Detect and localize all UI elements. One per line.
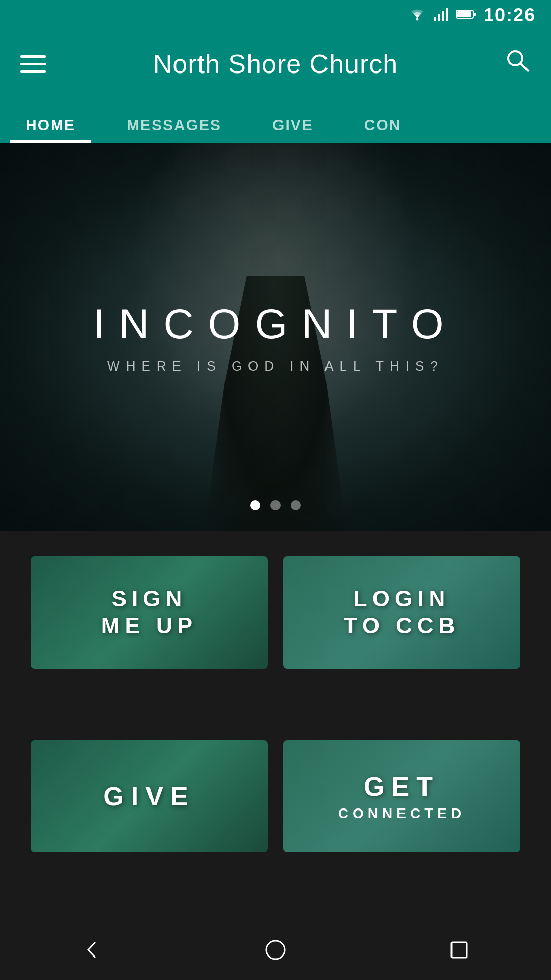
svg-point-0 [416,18,418,21]
status-time: 10:26 [484,5,536,26]
tab-give[interactable]: GIVE [247,107,339,143]
connected-label: CONNECTED [338,805,465,822]
login-ccb-button[interactable]: LOGINTO CCB [283,556,520,669]
tab-messages[interactable]: MESSAGES [101,107,247,143]
home-button[interactable] [255,929,296,970]
svg-rect-7 [457,11,471,17]
recents-button[interactable] [439,929,480,970]
carousel-dot-1[interactable] [250,500,260,510]
get-connected-text: GET CONNECTED [338,771,465,821]
get-connected-button[interactable]: GET CONNECTED [283,740,520,852]
svg-rect-3 [442,11,444,21]
get-label: GET [338,771,465,802]
status-bar: 10:26 [0,0,551,31]
svg-point-8 [508,51,522,65]
back-button[interactable] [71,929,112,970]
login-label: LOGINTO CCB [344,585,460,640]
spacer [0,694,551,745]
carousel-dots [0,500,551,510]
action-grid: SIGNME UP LOGINTO CCB [0,531,551,694]
hero-text-block: INCOGNITO WHERE IS GOD IN ALL THIS? [0,300,551,374]
bottom-grid: GIVE GET CONNECTED [0,740,551,878]
search-icon[interactable] [505,48,531,80]
sign-up-label: SIGNME UP [101,585,197,640]
hero-title: INCOGNITO [0,300,551,348]
menu-button[interactable] [20,55,46,73]
svg-rect-4 [446,8,448,21]
svg-rect-1 [434,17,436,21]
svg-rect-2 [438,14,440,21]
sign-up-button[interactable]: SIGNME UP [31,556,268,669]
svg-rect-11 [452,942,467,958]
carousel-dot-2[interactable] [270,500,281,510]
wifi-icon [408,7,427,23]
svg-rect-6 [473,13,476,16]
app-title: North Shore Church [153,48,398,79]
tab-connect[interactable]: CON [339,107,427,143]
hero-banner: INCOGNITO WHERE IS GOD IN ALL THIS? [0,143,551,531]
battery-icon [456,8,477,22]
svg-line-9 [520,63,529,71]
give-label: GIVE [103,780,195,812]
give-button[interactable]: GIVE [31,740,268,852]
bottom-nav [0,919,551,980]
svg-point-10 [266,941,285,959]
status-icons: 10:26 [408,5,536,26]
app-header: North Shore Church [0,31,551,97]
carousel-dot-3[interactable] [291,500,301,510]
tab-home[interactable]: HOME [0,107,101,143]
nav-tabs: HOME MESSAGES GIVE CON [0,97,551,143]
hero-subtitle: WHERE IS GOD IN ALL THIS? [0,358,551,374]
give-text: GIVE [103,780,195,812]
signal-icon [434,7,449,23]
